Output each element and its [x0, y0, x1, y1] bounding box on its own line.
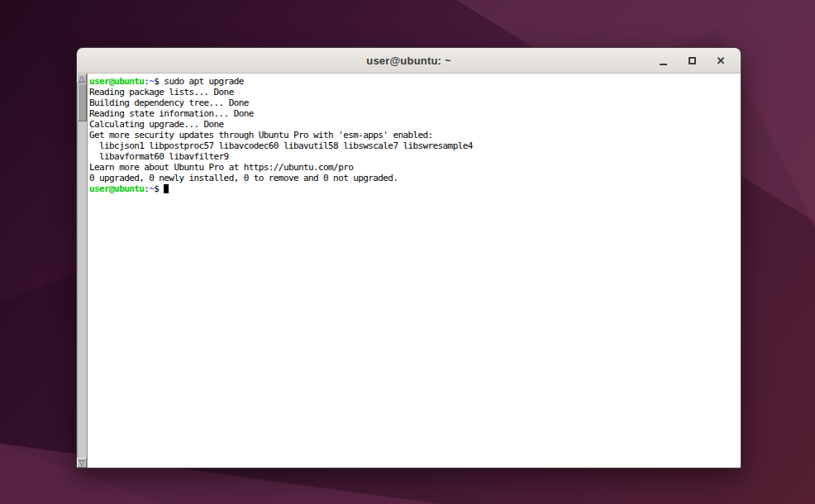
terminal-text-segment: libavformat60 libavfilter9 [89, 151, 229, 162]
terminal-line: Building dependency tree... Done [89, 97, 737, 108]
terminal-text-segment: user@ubuntu [89, 183, 144, 194]
terminal-line: user@ubuntu:~$ sudo apt upgrade [89, 76, 737, 87]
window-title: user@ubuntu: ~ [366, 55, 451, 67]
scroll-up-button[interactable]: △ [77, 74, 87, 83]
terminal-text-segment: Reading package lists... Done [89, 87, 234, 97]
close-icon: ✕ [717, 55, 726, 66]
terminal-line: 0 upgraded, 0 newly installed, 0 to remo… [89, 173, 737, 183]
scrollbar-thumb[interactable] [78, 83, 87, 121]
window-controls: ✕ [657, 48, 741, 73]
terminal-text-segment: Building dependency tree... Done [89, 97, 249, 108]
terminal-window: user@ubuntu: ~ ✕ △ ▽ user@ubuntu:~ [76, 47, 741, 468]
terminal-line: Get more security updates through Ubuntu… [89, 130, 737, 140]
scroll-down-icon: ▽ [79, 459, 85, 467]
terminal-text-segment: libcjson1 libpostproc57 libavcodec60 lib… [89, 140, 473, 151]
terminal-text-segment: Get more security updates through Ubuntu… [89, 130, 433, 140]
terminal-scrollbar[interactable]: △ ▽ [77, 74, 88, 468]
scroll-down-button[interactable]: ▽ [77, 458, 87, 468]
terminal-line: libcjson1 libpostproc57 libavcodec60 lib… [89, 140, 737, 151]
scroll-up-icon: △ [79, 75, 85, 83]
terminal-line: Reading package lists... Done [89, 87, 737, 97]
scrollbar-trough[interactable] [77, 83, 87, 458]
minimize-icon [660, 64, 667, 65]
terminal-cursor [164, 184, 169, 193]
titlebar[interactable]: user@ubuntu: ~ ✕ [77, 48, 741, 74]
terminal-line: Reading state information... Done [89, 108, 737, 119]
terminal-text-segment: Learn more about Ubuntu Pro at https://u… [89, 162, 353, 173]
terminal-text-segment: Calculating upgrade... Done [89, 119, 224, 130]
terminal-text-segment: $ [154, 183, 164, 194]
terminal-text-segment: user@ubuntu [89, 76, 144, 87]
terminal-body: △ ▽ user@ubuntu:~$ sudo apt upgradeReadi… [77, 74, 741, 468]
terminal-line: Learn more about Ubuntu Pro at https://u… [89, 162, 737, 173]
terminal-output[interactable]: user@ubuntu:~$ sudo apt upgradeReading p… [88, 74, 741, 468]
maximize-icon [689, 57, 696, 64]
close-button[interactable]: ✕ [715, 55, 727, 66]
maximize-button[interactable] [686, 55, 698, 66]
terminal-line: libavformat60 libavfilter9 [89, 151, 737, 162]
terminal-text-segment: Reading state information... Done [89, 108, 254, 119]
terminal-text-segment: $ sudo apt upgrade [154, 76, 243, 87]
minimize-button[interactable] [657, 55, 669, 66]
terminal-line: user@ubuntu:~$ [89, 183, 737, 194]
terminal-text-segment: 0 upgraded, 0 newly installed, 0 to remo… [89, 173, 398, 183]
terminal-line: Calculating upgrade... Done [89, 119, 737, 130]
